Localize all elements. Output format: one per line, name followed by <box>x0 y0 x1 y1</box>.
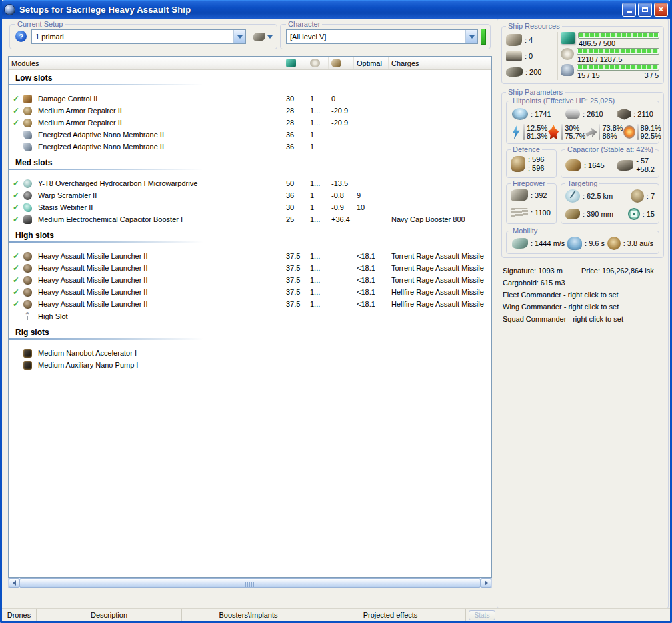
cell-optimal: <18.1 <box>354 276 389 284</box>
squad-commander-text[interactable]: Squad Commander - right click to set <box>503 313 664 325</box>
cell-optimal: <18.1 <box>354 264 389 272</box>
tab-description[interactable]: Description <box>37 609 182 621</box>
missile-launcher-icon <box>23 276 32 285</box>
module-row[interactable]: ✓ Heavy Assault Missile Launcher II 37.5… <box>9 250 491 262</box>
module-name: Stasis Webifier II <box>35 203 283 211</box>
cell-capacitor: -0.9 <box>329 203 354 211</box>
module-row[interactable]: Energized Adaptive Nano Membrane II 36 1 <box>9 141 491 153</box>
module-section: Med slots ✓ Y-T8 Overcharged Hydrocarbon… <box>9 153 491 225</box>
capacitor-icon <box>331 59 341 67</box>
cpu-column-header[interactable] <box>283 57 307 69</box>
scroll-left-button[interactable] <box>9 578 19 588</box>
scan-resolution-value: : 390 mm <box>583 210 613 218</box>
module-name: Warp Scrambler II <box>35 191 283 199</box>
section-rows: ✓ Y-T8 Overcharged Hydrocarbon I Microwa… <box>9 177 491 225</box>
calibration-bar <box>577 64 659 71</box>
character-combobox-dropdown-button[interactable] <box>465 30 477 43</box>
module-row[interactable]: Energized Adaptive Nano Membrane II 36 1 <box>9 129 491 141</box>
stats-button[interactable]: Stats <box>469 610 495 620</box>
module-row[interactable]: High Slot <box>9 310 491 322</box>
powergrid-icon <box>310 59 320 67</box>
module-row[interactable]: Medium Nanobot Accelerator I <box>9 347 491 359</box>
module-row[interactable]: ✓ Damage Control II 30 1 0 <box>9 93 491 105</box>
module-row[interactable]: ✓ Warp Scrambler II 36 1 -0.8 9 <box>9 189 491 201</box>
capacitor-column-header[interactable] <box>329 57 354 69</box>
section-rule <box>9 241 203 243</box>
optimal-column-header[interactable]: Optimal <box>354 57 389 69</box>
cell-cpu: 50 <box>283 179 307 187</box>
module-row[interactable]: ✓ Stasis Webifier II 30 1 -0.9 10 <box>9 201 491 213</box>
price-text: Price: 196,262,864 isk <box>581 265 654 277</box>
powergrid-icon <box>561 48 574 60</box>
fitted-check-icon: ✓ <box>9 118 23 127</box>
fitted-check-icon: ✓ <box>9 179 23 188</box>
empty-high-slot-icon <box>23 312 32 321</box>
cell-cpu: 37.5 <box>283 300 307 308</box>
em-resist-armor: 81.3% <box>527 132 547 140</box>
sensor-strength-icon <box>628 208 640 220</box>
module-name: Energized Adaptive Nano Membrane II <box>35 131 283 139</box>
module-name: Heavy Assault Missile Launcher II <box>35 288 283 296</box>
character-combobox[interactable]: [All level V] <box>286 29 478 44</box>
cell-cpu: 37.5 <box>283 252 307 260</box>
ship-resources-group: Ship Resources : 4 : 0 : 200 486.5 / 500 <box>501 26 664 84</box>
scrollbar-thumb[interactable] <box>19 578 481 588</box>
module-row[interactable]: ✓ Y-T8 Overcharged Hydrocarbon I Microwa… <box>9 177 491 189</box>
horizontal-scrollbar[interactable] <box>8 578 492 588</box>
module-row[interactable]: ✓ Heavy Assault Missile Launcher II 37.5… <box>9 298 491 310</box>
help-icon[interactable]: ? <box>15 31 27 42</box>
tab-projected-effects[interactable]: Projected effects <box>315 609 466 621</box>
setup-combobox-dropdown-button[interactable] <box>233 30 245 43</box>
setup-combobox-value: 1 primari <box>32 33 233 41</box>
charges-column-header[interactable]: Charges <box>389 57 491 69</box>
module-row[interactable]: Medium Auxiliary Nano Pump I <box>9 359 491 371</box>
cell-charges: Torrent Rage Assault Missile <box>389 252 491 260</box>
shield-hp: : 1741 <box>531 110 551 118</box>
module-row[interactable]: ✓ Heavy Assault Missile Launcher II 37.5… <box>9 262 491 274</box>
missile-launcher-icon <box>23 288 32 297</box>
module-name: Damage Control II <box>35 95 283 103</box>
cell-cpu: 37.5 <box>283 264 307 272</box>
module-row[interactable]: ✓ Heavy Assault Missile Launcher II 37.5… <box>9 274 491 286</box>
cap-booster-icon <box>617 160 633 171</box>
module-row[interactable]: ✓ Medium Armor Repairer II 28 1... -20.9 <box>9 105 491 117</box>
window-title: Setups for Sacrilege Heavy Assault Ship <box>19 5 620 15</box>
cell-cpu: 28 <box>283 107 307 115</box>
module-row[interactable]: ✓ Medium Armor Repairer II 28 1... -20.9 <box>9 117 491 129</box>
thermal-resist-armor: 75.7% <box>565 132 585 140</box>
launcher-hardpoints-icon <box>506 51 522 61</box>
title-bar[interactable]: Setups for Sacrilege Heavy Assault Ship … <box>0 0 672 19</box>
powergrid-bar <box>577 48 659 55</box>
chevron-down-icon <box>237 35 243 39</box>
cell-optimal: 9 <box>354 191 389 199</box>
powergrid-column-header[interactable] <box>307 57 329 69</box>
module-section: Low slots ✓ Damage Control II 30 1 0 ✓ M… <box>9 70 491 153</box>
wing-commander-text[interactable]: Wing Commander - right click to set <box>503 301 664 313</box>
divider <box>637 124 639 140</box>
cell-powergrid: 1 <box>307 143 329 151</box>
cell-powergrid: 1... <box>307 264 329 272</box>
cell-powergrid: 1... <box>307 300 329 308</box>
setup-combobox[interactable]: 1 primari <box>31 29 246 44</box>
fleet-commander-text[interactable]: Fleet Commander - right click to set <box>503 289 664 301</box>
scroll-right-button[interactable] <box>481 578 491 588</box>
close-button[interactable]: × <box>654 3 668 17</box>
ship-parameters-label: Ship Parameters <box>506 88 565 96</box>
tab-boosters-implants[interactable]: Boosters\Implants <box>182 609 315 621</box>
module-row[interactable]: ✓ Heavy Assault Missile Launcher II 37.5… <box>9 286 491 298</box>
firepower-label: Firepower <box>511 179 547 187</box>
cell-charges: Torrent Rage Assault Missile <box>389 276 491 284</box>
section-title: Rig slots <box>9 322 491 338</box>
shield-icon <box>512 108 528 120</box>
explosive-resist-shield: 89.1% <box>641 124 661 132</box>
setup-tools-button[interactable] <box>251 29 274 44</box>
maximize-button[interactable] <box>638 3 652 17</box>
section-title: High slots <box>9 225 491 241</box>
tab-drones[interactable]: Drones <box>2 609 37 621</box>
ship-resources-label: Ship Resources <box>506 22 562 30</box>
modules-table-header[interactable]: Modules Optimal Charges <box>9 57 491 70</box>
chevron-down-icon <box>267 35 273 39</box>
modules-column-header[interactable]: Modules <box>9 57 283 69</box>
minimize-button[interactable] <box>622 3 636 17</box>
module-row[interactable]: ✓ Medium Electrochemical Capacitor Boost… <box>9 213 491 225</box>
